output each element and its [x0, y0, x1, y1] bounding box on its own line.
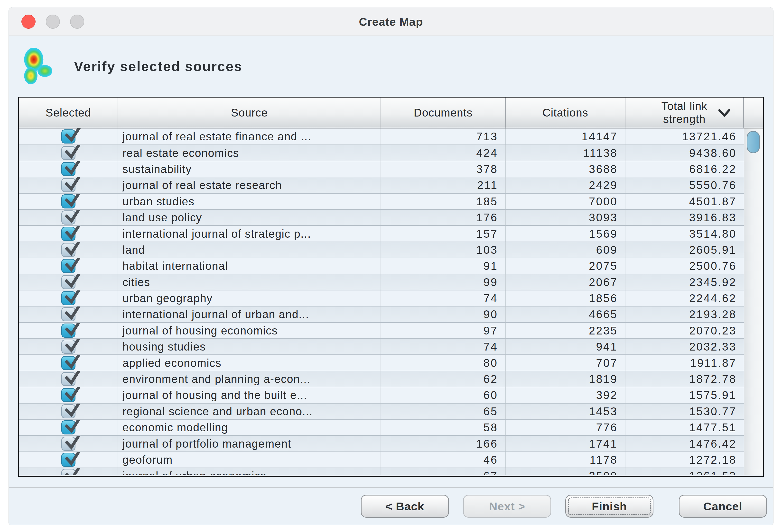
selected-checkbox[interactable]: [61, 372, 75, 386]
selected-checkbox[interactable]: [61, 404, 75, 418]
next-button[interactable]: Next >: [463, 495, 551, 518]
selected-checkbox[interactable]: [61, 227, 75, 241]
citations-cell: 3093: [505, 210, 625, 225]
column-header-citations[interactable]: Citations: [505, 98, 625, 128]
table-row[interactable]: applied economics 80 707 1911.87: [19, 354, 744, 371]
checkmark-icon: [63, 323, 83, 338]
total-link-strength-cell: 5550.76: [625, 177, 744, 193]
selected-cell: [19, 339, 117, 354]
table-row[interactable]: sustainability 378 3688 6816.22: [19, 161, 744, 177]
source-cell: urban studies: [117, 194, 381, 209]
total-link-strength-cell: 2605.91: [625, 242, 744, 258]
selected-checkbox[interactable]: [61, 356, 75, 370]
selected-checkbox[interactable]: [61, 129, 75, 144]
citations-cell: 609: [505, 242, 625, 258]
table-row[interactable]: real estate economics 424 11138 9438.60: [19, 145, 744, 160]
table-row[interactable]: journal of portfolio management 166 1741…: [19, 435, 744, 451]
table-row[interactable]: cities 99 2067 2345.92: [19, 274, 744, 290]
selected-checkbox[interactable]: [61, 162, 75, 176]
total-link-strength-cell: 9438.60: [625, 145, 744, 160]
total-link-strength-cell: 1272.18: [625, 452, 744, 467]
table-row[interactable]: habitat international 91 2075 2500.76: [19, 258, 744, 274]
checkmark-icon: [63, 404, 83, 419]
documents-cell: 211: [381, 177, 505, 193]
sources-table: Selected Source Documents Citations Tota…: [18, 97, 764, 477]
selected-checkbox[interactable]: [61, 340, 75, 354]
citations-cell: 1178: [505, 452, 625, 467]
cancel-button[interactable]: Cancel: [679, 495, 767, 518]
selected-checkbox[interactable]: [61, 307, 75, 321]
column-header-source[interactable]: Source: [117, 98, 381, 128]
source-cell: international journal of strategic p...: [117, 226, 381, 241]
table-row[interactable]: urban studies 185 7000 4501.87: [19, 193, 744, 209]
documents-cell: 65: [381, 404, 505, 419]
selected-checkbox[interactable]: [61, 275, 75, 289]
selected-checkbox[interactable]: [61, 194, 75, 208]
selected-checkbox[interactable]: [61, 420, 75, 434]
selected-cell: [19, 323, 117, 338]
table-row[interactable]: journal of housing economics 97 2235 207…: [19, 322, 744, 338]
table-row[interactable]: urban geography 74 1856 2244.62: [19, 290, 744, 306]
scrollbar-thumb[interactable]: [747, 131, 760, 153]
documents-cell: 80: [381, 355, 505, 371]
table-row[interactable]: environment and planning a-econ... 62 18…: [19, 371, 744, 387]
total-link-strength-cell: 1911.87: [625, 355, 744, 371]
citations-cell: 2429: [505, 177, 625, 193]
citations-cell: 2075: [505, 258, 625, 274]
table-row[interactable]: journal of real estate research 211 2429…: [19, 177, 744, 193]
documents-cell: 185: [381, 194, 505, 209]
checkmark-icon: [63, 371, 83, 387]
selected-cell: [19, 306, 117, 322]
total-link-strength-cell: 1872.78: [625, 371, 744, 387]
selected-checkbox[interactable]: [61, 436, 75, 451]
table-row[interactable]: housing studies 74 941 2032.33: [19, 338, 744, 354]
citations-cell: 1741: [505, 436, 625, 451]
checkmark-icon: [63, 258, 83, 274]
documents-cell: 91: [381, 258, 505, 274]
table-row[interactable]: international journal of strategic p... …: [19, 225, 744, 241]
selected-cell: [19, 177, 117, 193]
source-cell: real estate economics: [117, 145, 381, 160]
vertical-scrollbar[interactable]: [744, 128, 763, 475]
selected-checkbox[interactable]: [61, 469, 75, 475]
table-row[interactable]: land use policy 176 3093 3916.83: [19, 209, 744, 225]
table-row[interactable]: economic modelling 58 776 1477.51: [19, 419, 744, 435]
selected-checkbox[interactable]: [61, 259, 75, 273]
table-row[interactable]: land 103 609 2605.91: [19, 241, 744, 258]
table-row[interactable]: journal of real estate finance and ... 7…: [19, 128, 744, 145]
selected-checkbox[interactable]: [61, 146, 75, 160]
checkmark-icon: [63, 420, 83, 435]
table-row[interactable]: journal of urban economics 67 2509 1261.…: [19, 467, 744, 475]
column-header-documents[interactable]: Documents: [381, 98, 505, 128]
documents-cell: 103: [381, 242, 505, 258]
selected-checkbox[interactable]: [61, 178, 75, 192]
selected-cell: [19, 128, 117, 145]
total-link-strength-cell: 2500.76: [625, 258, 744, 274]
selected-checkbox[interactable]: [61, 291, 75, 305]
documents-cell: 424: [381, 145, 505, 160]
back-button[interactable]: < Back: [361, 495, 449, 518]
table-row[interactable]: regional science and urban econo... 65 1…: [19, 403, 744, 419]
selected-checkbox[interactable]: [61, 388, 75, 402]
selected-checkbox[interactable]: [61, 453, 75, 467]
selected-cell: [19, 420, 117, 435]
sort-descending-chevron-icon: [718, 108, 731, 118]
documents-cell: 90: [381, 306, 505, 322]
table-row[interactable]: geoforum 46 1178 1272.18: [19, 452, 744, 467]
checkmark-icon: [63, 210, 83, 225]
citations-cell: 1856: [505, 291, 625, 306]
source-cell: journal of housing and the built e...: [117, 387, 381, 403]
selected-cell: [19, 274, 117, 290]
table-row[interactable]: international journal of urban and... 90…: [19, 306, 744, 322]
column-header-total-link-strength[interactable]: Total link strength: [625, 98, 743, 128]
total-link-strength-label: Total link strength: [647, 100, 722, 125]
selected-checkbox[interactable]: [61, 211, 75, 225]
finish-button[interactable]: Finish: [565, 495, 653, 518]
selected-cell: [19, 468, 117, 475]
selected-checkbox[interactable]: [61, 243, 75, 257]
checkmark-icon: [63, 387, 83, 403]
selected-cell: [19, 161, 117, 177]
table-row[interactable]: journal of housing and the built e... 60…: [19, 387, 744, 403]
selected-checkbox[interactable]: [61, 324, 75, 338]
column-header-selected[interactable]: Selected: [19, 98, 117, 128]
